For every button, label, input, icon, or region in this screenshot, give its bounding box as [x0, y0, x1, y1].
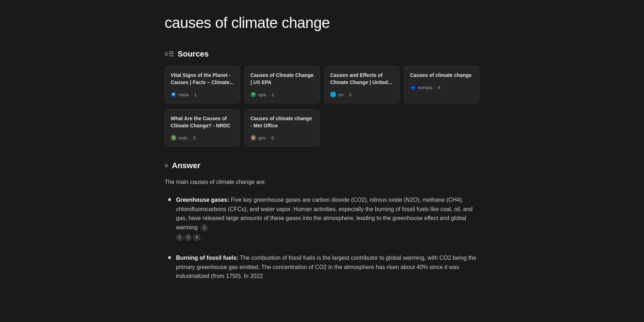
bullet-2: [168, 256, 171, 259]
source-card-1-title: Vital Signs of the Planet - Causes | Fac…: [171, 72, 234, 86]
answer-item-1-content: Greenhouse gases: Five key greenhouse ga…: [176, 195, 479, 243]
answer-intro: The main causes of climate change are:: [165, 177, 479, 187]
sources-title: Sources: [178, 49, 209, 59]
bullet-1: [168, 198, 171, 201]
source-2-favicon: 🛡: [250, 92, 256, 97]
answer-item-2-content: Burning of fossil fuels: The combustion …: [176, 253, 479, 281]
source-2-name: epa: [258, 92, 266, 97]
source-card-3-meta: 🌐 un · 3: [330, 92, 394, 97]
answer-item-2-term: Burning of fossil fuels:: [176, 255, 238, 261]
source-5-name: nrdc: [179, 135, 187, 141]
answer-item-1-term: Greenhouse gases:: [176, 197, 229, 203]
answer-list-item-1: Greenhouse gases: Five key greenhouse ga…: [168, 195, 479, 243]
citation-badge-1: 1: [201, 224, 208, 231]
answer-icon: ≡: [165, 162, 169, 170]
citation-badge-4: 4: [193, 234, 200, 241]
answer-section-header: ≡ Answer: [165, 161, 479, 170]
sources-section-header: ≡☰ Sources: [165, 49, 479, 59]
page-title: causes of climate change: [165, 14, 479, 31]
source-card-1[interactable]: Vital Signs of the Planet - Causes | Fac…: [165, 66, 240, 103]
source-4-favicon: ●: [410, 85, 416, 91]
source-card-3-title: Causes and Effects of Climate Change | U…: [330, 72, 394, 86]
source-card-2-title: Causes of Climate Change | US EPA: [250, 72, 314, 86]
main-container: causes of climate change ≡☰ Sources Vita…: [143, 0, 501, 295]
source-card-4-title: Causes of climate change: [410, 72, 473, 79]
source-3-name: un: [338, 92, 343, 97]
source-4-number: 4: [438, 85, 440, 90]
answer-item-1-citations-inline: 1: [201, 224, 208, 231]
source-card-2-meta: 🛡 epa · 2: [250, 92, 314, 97]
answer-item-1-citations-row: 2 3 4 .: [176, 234, 479, 243]
source-6-favicon: ♛: [250, 135, 256, 141]
citation-badge-3: 3: [185, 234, 192, 241]
source-6-name: gov: [258, 135, 266, 141]
source-card-5[interactable]: What Are the Causes of Climate Change? -…: [165, 109, 240, 147]
source-1-name: nasa: [179, 92, 189, 97]
source-2-number: 2: [272, 92, 274, 97]
source-5-favicon: 🍃: [171, 135, 176, 141]
source-card-6-title: Causes of climate change - Met Office: [250, 115, 314, 129]
citation-badge-2: 2: [176, 234, 183, 241]
source-3-favicon: 🌐: [330, 92, 336, 97]
answer-list: Greenhouse gases: Five key greenhouse ga…: [165, 195, 479, 281]
answer-title: Answer: [172, 161, 200, 170]
source-6-number: 6: [272, 135, 274, 141]
source-card-1-meta: 🌍 nasa · 1: [171, 92, 234, 97]
answer-list-item-2: Burning of fossil fuels: The combustion …: [168, 253, 479, 281]
source-1-favicon: 🌍: [171, 92, 176, 97]
source-card-6-meta: ♛ gov · 6: [250, 135, 314, 141]
source-3-number: 3: [349, 92, 351, 97]
source-card-2[interactable]: Causes of Climate Change | US EPA 🛡 epa …: [244, 66, 320, 103]
source-card-5-title: What Are the Causes of Climate Change? -…: [171, 115, 234, 129]
source-card-6[interactable]: Causes of climate change - Met Office ♛ …: [244, 109, 320, 147]
sources-grid-row1: Vital Signs of the Planet - Causes | Fac…: [165, 66, 479, 103]
source-card-4-meta: ● europa · 4: [410, 85, 473, 91]
answer-section: ≡ Answer The main causes of climate chan…: [165, 161, 479, 280]
sources-grid-row2: What Are the Causes of Climate Change? -…: [165, 109, 479, 147]
source-1-number: 1: [194, 92, 197, 97]
source-card-4[interactable]: Causes of climate change ● europa · 4: [404, 66, 479, 103]
source-5-number: 5: [193, 135, 196, 141]
source-card-3[interactable]: Causes and Effects of Climate Change | U…: [324, 66, 400, 103]
sources-icon: ≡☰: [165, 50, 174, 58]
source-card-5-meta: 🍃 nrdc · 5: [171, 135, 234, 141]
source-4-name: europa: [418, 85, 432, 90]
